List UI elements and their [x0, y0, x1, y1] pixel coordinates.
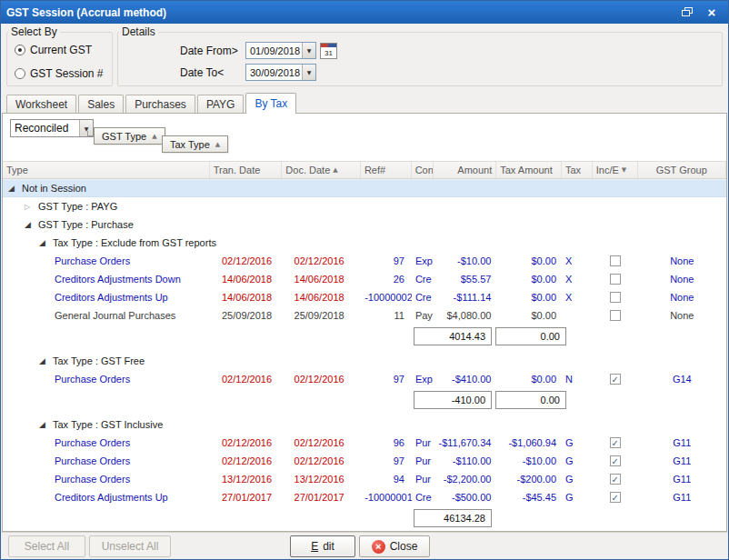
- table-row[interactable]: Creditors Adjustments Down14/06/201814/0…: [3, 270, 726, 288]
- cell-type: Purchase Orders: [3, 473, 210, 485]
- cell-amount: -$110.00: [434, 455, 497, 467]
- column-header-row: TypeTran. DateDoc. Date▲Ref#ConAmountTax…: [3, 161, 726, 179]
- cell-inc-e: [593, 288, 638, 306]
- checkbox-unchecked-icon[interactable]: [610, 255, 621, 266]
- tab-purchases[interactable]: Purchases: [125, 95, 195, 113]
- group-row[interactable]: ◢GST Type : Purchase: [3, 215, 726, 234]
- cell-ref: 94: [361, 473, 412, 485]
- restore-window-button[interactable]: [676, 4, 698, 21]
- group-by-gst-type[interactable]: GST Type ▲: [94, 127, 165, 145]
- group-row[interactable]: ◢Not in Session: [3, 179, 726, 197]
- group-row[interactable]: ▷GST Type : PAYG: [3, 197, 726, 215]
- group-row[interactable]: ◢Tax Type : Exclude from GST reports: [3, 234, 726, 252]
- table-row[interactable]: Purchase Orders02/12/201602/12/201696Pur…: [3, 434, 726, 452]
- cell-tran-date: 14/06/2018: [210, 273, 283, 285]
- unselect-all-button[interactable]: Unselect All: [89, 535, 171, 557]
- group-label: GST Type : Purchase: [38, 219, 134, 230]
- checkbox-checked-icon[interactable]: ✓: [610, 474, 621, 485]
- expand-icon[interactable]: ▷: [25, 203, 38, 211]
- checkbox-unchecked-icon[interactable]: [610, 310, 621, 321]
- column-header-gst-group[interactable]: GST Group: [638, 162, 727, 178]
- checkbox-checked-icon[interactable]: ✓: [610, 374, 621, 385]
- sort-desc-icon: ▼: [622, 166, 626, 178]
- cell-type: General Journal Purchases: [3, 309, 210, 322]
- sort-asc-icon: ▲: [333, 166, 337, 178]
- collapse-icon[interactable]: ◢: [39, 238, 53, 247]
- column-header-tax-amount[interactable]: Tax Amount: [496, 162, 562, 178]
- reconciled-dropdown[interactable]: Reconciled ▼: [10, 119, 94, 137]
- date-to-input[interactable]: 30/09/2018 ▼: [245, 64, 316, 81]
- tab-by-tax[interactable]: By Tax: [245, 93, 296, 114]
- chevron-down-icon[interactable]: ▼: [302, 43, 315, 58]
- column-header-doc-date[interactable]: Doc. Date▲: [282, 162, 361, 178]
- cell-amount: -$410.00: [434, 373, 497, 385]
- summary-tax-amount: 0.00: [495, 327, 566, 345]
- cell-contact: Exp: [412, 255, 434, 267]
- group-by-tax-type[interactable]: Tax Type ▲: [162, 135, 228, 153]
- cell-tax: G: [562, 473, 593, 485]
- collapse-icon[interactable]: ◢: [8, 184, 22, 193]
- cell-amount: -$11,670.34: [434, 436, 497, 449]
- cell-tax: G: [562, 455, 593, 467]
- column-header-contact[interactable]: Con: [412, 162, 434, 178]
- group-row[interactable]: ◢Tax Type : GST Inclusive: [3, 415, 726, 434]
- column-header-tran-date[interactable]: Tran. Date: [210, 162, 283, 178]
- column-header-amount[interactable]: Amount: [434, 162, 497, 178]
- group-label: Tax Type : GST Free: [53, 355, 145, 366]
- cell-doc-date: 13/12/2016: [283, 473, 362, 485]
- cell-doc-date: 02/12/2016: [283, 255, 362, 267]
- checkbox-unchecked-icon[interactable]: [610, 274, 621, 285]
- cell-doc-date: 25/09/2018: [283, 309, 362, 322]
- sort-asc-icon: ▲: [215, 141, 220, 148]
- chevron-down-icon[interactable]: ▼: [302, 65, 315, 80]
- table-row[interactable]: Creditors Adjustments Up27/01/201727/01/…: [3, 488, 726, 506]
- cell-type: Creditors Adjustments Up: [3, 491, 210, 504]
- cell-tax-amount: -$45.45: [496, 491, 562, 504]
- table-row[interactable]: Purchase Orders02/12/201602/12/201697Exp…: [3, 370, 726, 388]
- restore-icon: [682, 7, 693, 17]
- table-row[interactable]: Purchase Orders02/12/201602/12/201697Exp…: [3, 252, 726, 270]
- column-header-ref[interactable]: Ref#: [361, 162, 412, 178]
- group-row[interactable]: ◢Tax Type : GST Free: [3, 352, 726, 370]
- group-label: Not in Session: [22, 183, 86, 194]
- column-header-type[interactable]: Type: [3, 162, 210, 178]
- radio-gst-session-number[interactable]: GST Session #: [15, 66, 103, 81]
- column-header-tax[interactable]: Tax: [562, 162, 593, 178]
- summary-row: -410.000.00: [3, 388, 726, 415]
- close-window-button[interactable]: ×: [701, 4, 723, 21]
- table-row[interactable]: Creditors Adjustments Up14/06/201814/06/…: [3, 288, 726, 306]
- column-header-inc-e[interactable]: Inc/E▼: [593, 162, 638, 178]
- table-row[interactable]: General Journal Purchases25/09/201825/09…: [3, 306, 726, 325]
- checkbox-unchecked-icon[interactable]: [610, 292, 621, 303]
- collapse-icon[interactable]: ◢: [25, 220, 38, 229]
- table-row[interactable]: Purchase Orders02/12/201602/12/201697Pur…: [3, 452, 726, 470]
- cell-type: Purchase Orders: [3, 255, 210, 267]
- collapse-icon[interactable]: ◢: [39, 420, 53, 429]
- tab-sales[interactable]: Sales: [78, 95, 124, 113]
- summary-amount: -410.00: [414, 391, 492, 409]
- edit-button[interactable]: Edit: [290, 535, 355, 557]
- cell-contact: Pur: [412, 473, 434, 485]
- cell-tax-amount: $0.00: [496, 309, 562, 322]
- close-button[interactable]: × Close: [359, 535, 430, 557]
- calendar-button[interactable]: 31: [320, 43, 337, 59]
- date-from-input[interactable]: 01/09/2018 ▼: [245, 42, 316, 59]
- checkbox-checked-icon[interactable]: ✓: [610, 492, 621, 503]
- collapse-icon[interactable]: ◢: [39, 356, 53, 365]
- radio-selected-icon: [15, 45, 25, 55]
- cell-doc-date: 14/06/2018: [283, 291, 362, 304]
- radio-current-gst[interactable]: Current GST: [15, 43, 92, 57]
- titlebar[interactable]: GST Session (Accrual method) ×: [1, 1, 728, 24]
- tab-worksheet[interactable]: Worksheet: [6, 95, 76, 113]
- select-all-button[interactable]: Select All: [8, 535, 85, 557]
- date-from-label: Date From>: [180, 45, 245, 57]
- cell-doc-date: 14/06/2018: [283, 273, 362, 285]
- group-by-panel: Reconciled ▼ GST Type ▲ Tax Type ▲: [3, 114, 726, 161]
- table-row[interactable]: Purchase Orders13/12/201613/12/201694Pur…: [3, 470, 726, 488]
- tab-payg[interactable]: PAYG: [197, 95, 245, 113]
- cell-doc-date: 02/12/2016: [283, 373, 362, 385]
- cell-tax: X: [562, 255, 593, 267]
- checkbox-checked-icon[interactable]: ✓: [610, 455, 621, 466]
- checkbox-checked-icon[interactable]: ✓: [610, 437, 621, 448]
- grid-body: ◢Not in Session▷GST Type : PAYG◢GST Type…: [3, 179, 726, 531]
